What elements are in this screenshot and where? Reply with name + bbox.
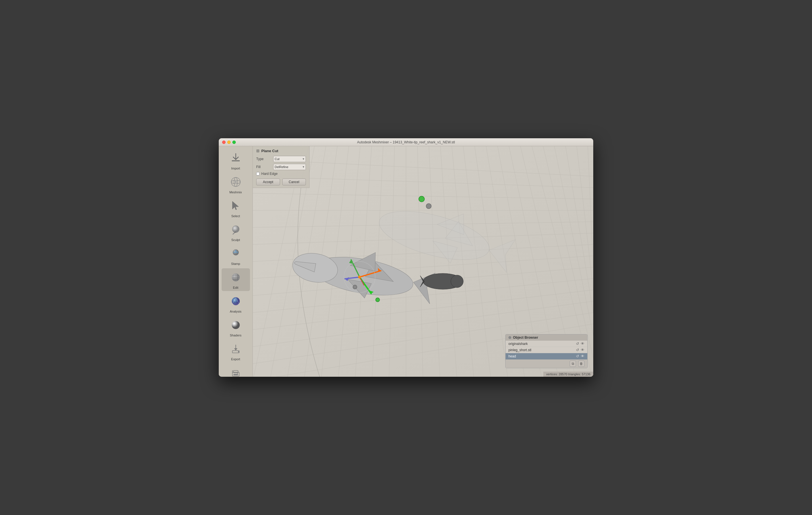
main-area: ⊞ Plane Cut Type Cut Fill Slice ▼ [253, 146, 593, 377]
svg-point-90 [419, 196, 425, 202]
svg-point-24 [232, 321, 240, 329]
plane-cut-panel: ⊞ Plane Cut Type Cut Fill Slice ▼ [253, 146, 310, 188]
app-window: Autodesk Meshmixer – 19413_White-tip_ree… [219, 138, 593, 377]
ob-row-originalshark[interactable]: originalshark ↺ 👁 [505, 341, 587, 347]
ob-delete-button[interactable]: 🗑 [578, 360, 584, 367]
sidebar-item-print[interactable]: Print [222, 364, 250, 377]
meshmix-icon [228, 174, 243, 189]
sculpt-icon [228, 222, 243, 237]
panel-title: Plane Cut [261, 149, 278, 153]
hard-edge-checkbox[interactable] [256, 172, 260, 175]
edit-icon [228, 270, 243, 285]
ob-duplicate-button[interactable]: ⧉ [570, 360, 576, 367]
sidebar-item-import[interactable]: Import [222, 149, 250, 172]
analysis-icon [228, 294, 243, 308]
hard-edge-label: Hard Edge [261, 172, 278, 176]
svg-marker-27 [234, 348, 237, 350]
ob-title-bar: Object Browser [505, 334, 587, 341]
svg-line-1 [233, 157, 236, 160]
window-title: Autodesk Meshmixer – 19413_White-tip_ree… [357, 140, 455, 144]
status-bar: vertices: 28570 triangles: 57136 [543, 372, 593, 377]
ob-icons-3: ↺ 👁 [576, 354, 584, 358]
sidebar-label-export: Export [231, 357, 240, 361]
svg-rect-28 [238, 351, 239, 352]
ob-transform-icon-3[interactable]: ↺ [576, 354, 579, 358]
svg-point-32 [237, 373, 238, 374]
sidebar-item-edit[interactable]: Edit [222, 268, 250, 291]
stamp-icon [228, 246, 243, 261]
ob-row-head[interactable]: head ↺ 👁 [505, 353, 587, 359]
sidebar-label-edit: Edit [233, 286, 238, 289]
sidebar-item-export[interactable]: Export [222, 340, 250, 362]
svg-point-89 [451, 275, 463, 288]
panel-title-row: ⊞ Plane Cut [256, 148, 306, 153]
sidebar-label-meshmix: Meshmix [229, 190, 242, 194]
status-text: vertices: 28570 triangles: 57136 [546, 373, 590, 376]
sidebar-label-stamp: Stamp [231, 262, 240, 266]
close-button[interactable] [222, 140, 226, 144]
sidebar-label-import: Import [231, 167, 240, 170]
svg-point-7 [235, 181, 237, 183]
ob-name-originalshark: originalshark [509, 342, 576, 346]
ob-transform-icon-2[interactable]: ↺ [576, 348, 579, 352]
hard-edge-row: Hard Edge [256, 172, 306, 176]
ob-visibility-icon-2[interactable]: 👁 [581, 348, 584, 352]
ob-visibility-icon-3[interactable]: 👁 [581, 354, 584, 358]
fill-label: Fill [256, 165, 273, 169]
svg-line-2 [236, 157, 238, 160]
cancel-button[interactable]: Cancel [282, 179, 306, 185]
ob-transform-icon-1[interactable]: ↺ [576, 342, 579, 346]
ob-visibility-icon-1[interactable]: 👁 [581, 342, 584, 346]
traffic-lights [222, 140, 236, 144]
ob-name-head: head [509, 354, 576, 358]
svg-rect-3 [232, 160, 240, 161]
title-bar: Autodesk Meshmixer – 19413_White-tip_ree… [219, 138, 593, 146]
object-browser: Object Browser originalshark ↺ 👁 pinleg_… [505, 334, 587, 368]
ob-footer: ⧉ 🗑 [505, 359, 587, 368]
svg-rect-31 [233, 371, 238, 373]
fill-row: Fill DelRefine None Flat Smooth ▼ [256, 164, 306, 170]
ob-icons-2: ↺ 👁 [576, 348, 584, 352]
svg-point-93 [376, 298, 380, 302]
import-icon [228, 151, 243, 165]
sidebar-item-select[interactable]: Select [222, 197, 250, 219]
ob-title: Object Browser [513, 335, 538, 340]
minimize-button[interactable] [227, 140, 231, 144]
fill-select-wrapper: DelRefine None Flat Smooth ▼ [273, 164, 306, 170]
sidebar: Import Meshmix [219, 146, 253, 377]
ob-name-pinleg: pinleg_short.stl [509, 348, 576, 352]
sidebar-item-meshmix[interactable]: Meshmix [222, 173, 250, 196]
fill-select[interactable]: DelRefine None Flat Smooth [273, 164, 306, 170]
sidebar-item-sculpt[interactable]: Sculpt [222, 221, 250, 243]
app-body: Import Meshmix [219, 146, 593, 377]
accept-button[interactable]: Accept [256, 179, 280, 185]
sidebar-item-shaders[interactable]: Shaders [222, 316, 250, 339]
sidebar-label-sculpt: Sculpt [231, 238, 240, 242]
ob-row-pinleg[interactable]: pinleg_short.stl ↺ 👁 [505, 347, 587, 353]
svg-marker-8 [232, 201, 239, 210]
export-icon [228, 342, 243, 356]
select-icon [228, 198, 243, 213]
sidebar-item-analysis[interactable]: Analysis [222, 292, 250, 315]
sidebar-label-shaders: Shaders [230, 333, 241, 337]
ob-icons-1: ↺ 👁 [576, 342, 584, 346]
maximize-button[interactable] [232, 140, 236, 144]
sidebar-label-analysis: Analysis [230, 310, 241, 313]
svg-point-10 [232, 226, 239, 233]
type-label: Type [256, 157, 273, 161]
type-select[interactable]: Cut Fill Slice [273, 156, 306, 162]
svg-rect-30 [233, 374, 238, 375]
panel-icon: ⊞ [256, 148, 260, 153]
sidebar-label-select: Select [231, 214, 240, 218]
print-icon [228, 365, 243, 377]
type-select-wrapper: Cut Fill Slice ▼ [273, 156, 306, 162]
panel-button-row: Accept Cancel [256, 179, 306, 185]
ob-dot [509, 336, 511, 339]
svg-point-91 [426, 204, 431, 209]
sidebar-item-stamp[interactable]: Stamp [222, 244, 250, 267]
svg-point-92 [353, 285, 357, 289]
svg-line-12 [233, 233, 234, 234]
type-row: Type Cut Fill Slice ▼ [256, 156, 306, 162]
shaders-icon [228, 318, 243, 332]
